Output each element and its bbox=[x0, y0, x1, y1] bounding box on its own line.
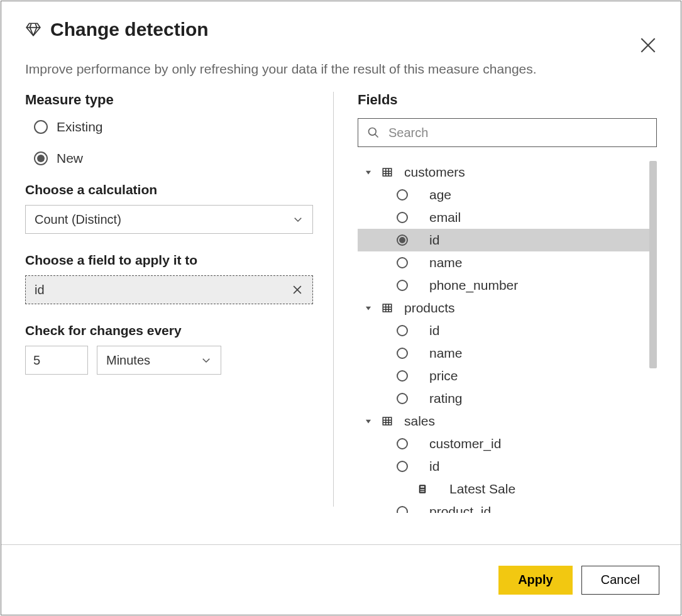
calculation-select[interactable]: Count (Distinct) bbox=[25, 205, 313, 234]
svg-point-27 bbox=[422, 489, 423, 490]
fields-tree[interactable]: customersageemailidnamephone_numberprodu… bbox=[358, 161, 657, 513]
field-label: id bbox=[429, 459, 439, 474]
title-row: Change detection bbox=[25, 19, 657, 40]
svg-point-31 bbox=[423, 491, 424, 492]
field-label: age bbox=[429, 187, 451, 202]
clear-field-icon[interactable] bbox=[291, 283, 304, 296]
table-label: customers bbox=[404, 165, 465, 180]
field-row[interactable]: id bbox=[358, 319, 657, 342]
field-radio-icon bbox=[397, 370, 408, 382]
field-label: product_id bbox=[429, 504, 491, 513]
svg-marker-12 bbox=[366, 307, 371, 311]
calculation-value: Count (Distinct) bbox=[35, 212, 121, 227]
field-radio-icon bbox=[397, 506, 408, 513]
interval-unit-select[interactable]: Minutes bbox=[97, 346, 221, 375]
field-row[interactable]: rating bbox=[358, 387, 657, 410]
field-heading: Choose a field to apply it to bbox=[25, 253, 309, 268]
field-radio-icon bbox=[397, 234, 408, 246]
fields-heading: Fields bbox=[358, 92, 657, 108]
measure-type-heading: Measure type bbox=[25, 92, 309, 108]
search-icon bbox=[367, 126, 380, 139]
close-button[interactable] bbox=[638, 35, 658, 55]
right-column: Fields customersageemailidnamephone_numb… bbox=[334, 92, 657, 544]
svg-point-29 bbox=[421, 491, 422, 492]
svg-rect-13 bbox=[383, 304, 392, 312]
interval-row: Minutes bbox=[25, 346, 309, 375]
field-value: id bbox=[35, 283, 45, 297]
field-radio-icon bbox=[397, 348, 408, 359]
expander-icon bbox=[364, 417, 373, 426]
field-radio-icon bbox=[397, 393, 408, 404]
field-label: name bbox=[429, 255, 463, 270]
field-row[interactable]: name bbox=[358, 251, 657, 274]
field-row[interactable]: age bbox=[358, 184, 657, 206]
table-icon bbox=[382, 415, 393, 427]
measure-icon bbox=[417, 483, 428, 495]
field-row[interactable]: name bbox=[358, 342, 657, 365]
svg-point-30 bbox=[422, 491, 423, 492]
svg-rect-7 bbox=[383, 168, 392, 176]
field-label: id bbox=[429, 323, 439, 338]
field-dropwell[interactable]: id bbox=[25, 275, 313, 304]
table-row[interactable]: products bbox=[358, 297, 657, 319]
radio-icon bbox=[34, 151, 48, 165]
field-radio-icon bbox=[397, 257, 408, 268]
svg-rect-19 bbox=[383, 417, 392, 425]
svg-marker-18 bbox=[366, 420, 371, 424]
field-label: customer_id bbox=[429, 436, 501, 451]
chevron-down-icon bbox=[201, 355, 212, 366]
field-row[interactable]: phone_number bbox=[358, 274, 657, 297]
calculation-heading: Choose a calculation bbox=[25, 182, 309, 197]
field-radio-icon bbox=[397, 325, 408, 336]
diamond-icon bbox=[25, 21, 41, 38]
field-label: email bbox=[429, 210, 461, 225]
table-icon bbox=[382, 167, 393, 178]
field-radio-icon bbox=[397, 189, 408, 201]
interval-value-input[interactable] bbox=[25, 346, 88, 375]
table-row[interactable]: sales bbox=[358, 410, 657, 432]
dialog-subtitle: Improve performance by only refreshing y… bbox=[25, 62, 657, 77]
radio-icon bbox=[34, 120, 48, 134]
apply-button[interactable]: Apply bbox=[498, 566, 573, 595]
measure-type-new[interactable]: New bbox=[34, 151, 309, 166]
expander-icon bbox=[364, 304, 373, 312]
svg-rect-25 bbox=[421, 487, 424, 488]
field-row[interactable]: price bbox=[358, 365, 657, 387]
dialog-footer: Apply Cancel bbox=[1, 544, 681, 615]
field-label: phone_number bbox=[429, 278, 518, 293]
fields-search-input[interactable] bbox=[387, 125, 647, 141]
scrollbar[interactable] bbox=[649, 161, 657, 368]
interval-unit-value: Minutes bbox=[106, 353, 150, 368]
field-radio-icon bbox=[397, 280, 408, 291]
svg-point-4 bbox=[369, 128, 377, 136]
field-label: name bbox=[429, 346, 463, 361]
cancel-button[interactable]: Cancel bbox=[581, 566, 659, 595]
svg-marker-6 bbox=[366, 171, 371, 175]
table-row[interactable]: customers bbox=[358, 161, 657, 184]
measure-type-existing[interactable]: Existing bbox=[34, 119, 309, 135]
field-row[interactable]: id bbox=[358, 229, 657, 251]
field-row[interactable]: Latest Sale bbox=[358, 478, 657, 500]
chevron-down-icon bbox=[292, 214, 304, 225]
check-heading: Check for changes every bbox=[25, 323, 309, 338]
dialog-body: Measure type Existing New Choose a calcu… bbox=[1, 77, 681, 544]
radio-label: Existing bbox=[57, 119, 103, 135]
measure-type-radio-group: Existing New bbox=[25, 119, 309, 166]
field-row[interactable]: email bbox=[358, 206, 657, 229]
fields-search[interactable] bbox=[358, 118, 657, 147]
field-row[interactable]: product_id bbox=[358, 500, 657, 513]
field-row[interactable]: customer_id bbox=[358, 432, 657, 455]
expander-icon bbox=[364, 168, 373, 177]
field-label: id bbox=[429, 233, 439, 248]
field-radio-icon bbox=[397, 212, 408, 223]
radio-label: New bbox=[57, 151, 83, 166]
field-row[interactable]: id bbox=[358, 455, 657, 478]
left-column: Measure type Existing New Choose a calcu… bbox=[25, 92, 333, 544]
dialog-title: Change detection bbox=[50, 19, 209, 40]
field-radio-icon bbox=[397, 461, 408, 472]
field-radio-icon bbox=[397, 438, 408, 449]
svg-point-28 bbox=[423, 489, 424, 490]
svg-line-5 bbox=[375, 135, 378, 138]
table-label: products bbox=[404, 300, 455, 316]
change-detection-dialog: Change detection Improve performance by … bbox=[1, 1, 681, 615]
